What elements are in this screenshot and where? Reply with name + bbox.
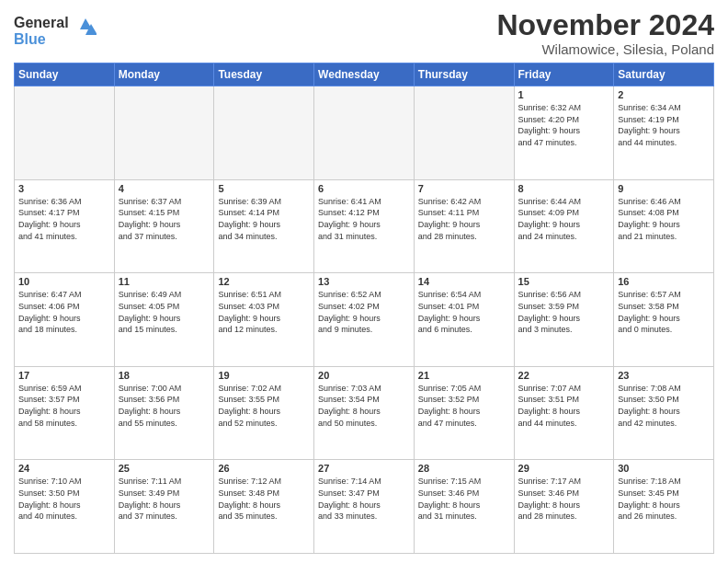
day-number: 30 <box>618 463 710 474</box>
calendar-cell: 30Sunrise: 7:18 AM Sunset: 3:45 PM Dayli… <box>614 460 714 554</box>
calendar-week-0: 1Sunrise: 6:32 AM Sunset: 4:20 PM Daylig… <box>15 86 714 180</box>
day-number: 7 <box>418 183 510 194</box>
calendar-cell: 28Sunrise: 7:15 AM Sunset: 3:46 PM Dayli… <box>414 460 514 554</box>
day-info: Sunrise: 6:59 AM Sunset: 3:57 PM Dayligh… <box>18 383 110 429</box>
day-number: 8 <box>518 183 610 194</box>
day-info: Sunrise: 6:34 AM Sunset: 4:19 PM Dayligh… <box>618 102 710 148</box>
calendar-cell: 17Sunrise: 6:59 AM Sunset: 3:57 PM Dayli… <box>15 366 115 460</box>
calendar-week-1: 3Sunrise: 6:36 AM Sunset: 4:17 PM Daylig… <box>15 179 714 273</box>
day-info: Sunrise: 7:03 AM Sunset: 3:54 PM Dayligh… <box>318 383 410 429</box>
day-info: Sunrise: 7:18 AM Sunset: 3:45 PM Dayligh… <box>618 476 710 522</box>
day-info: Sunrise: 7:00 AM Sunset: 3:56 PM Dayligh… <box>119 383 210 429</box>
header-monday: Monday <box>114 63 214 86</box>
day-info: Sunrise: 7:15 AM Sunset: 3:46 PM Dayligh… <box>418 476 510 522</box>
calendar-cell: 29Sunrise: 7:17 AM Sunset: 3:46 PM Dayli… <box>514 460 614 554</box>
day-info: Sunrise: 7:08 AM Sunset: 3:50 PM Dayligh… <box>618 383 710 429</box>
day-info: Sunrise: 6:51 AM Sunset: 4:03 PM Dayligh… <box>218 289 310 335</box>
calendar-cell: 10Sunrise: 6:47 AM Sunset: 4:06 PM Dayli… <box>15 273 115 367</box>
day-number: 28 <box>418 463 510 474</box>
header: General Blue November 2024 Wilamowice, S… <box>14 9 714 57</box>
day-number: 14 <box>418 276 510 287</box>
day-info: Sunrise: 6:41 AM Sunset: 4:12 PM Dayligh… <box>318 196 410 242</box>
day-number: 3 <box>18 183 110 194</box>
calendar-cell <box>15 86 115 180</box>
calendar-cell: 11Sunrise: 6:49 AM Sunset: 4:05 PM Dayli… <box>114 273 214 367</box>
day-info: Sunrise: 6:39 AM Sunset: 4:14 PM Dayligh… <box>218 196 310 242</box>
day-info: Sunrise: 6:49 AM Sunset: 4:05 PM Dayligh… <box>119 289 210 335</box>
svg-text:General: General <box>14 15 69 30</box>
day-number: 10 <box>18 276 110 287</box>
day-number: 18 <box>119 370 210 381</box>
calendar-header-row: Sunday Monday Tuesday Wednesday Thursday… <box>15 63 714 86</box>
calendar-cell <box>214 86 314 180</box>
day-number: 29 <box>518 463 610 474</box>
calendar-cell: 21Sunrise: 7:05 AM Sunset: 3:52 PM Dayli… <box>414 366 514 460</box>
header-friday: Friday <box>514 63 614 86</box>
calendar-cell: 5Sunrise: 6:39 AM Sunset: 4:14 PM Daylig… <box>214 179 314 273</box>
day-number: 6 <box>318 183 410 194</box>
day-number: 22 <box>518 370 610 381</box>
calendar-cell: 13Sunrise: 6:52 AM Sunset: 4:02 PM Dayli… <box>314 273 415 367</box>
calendar-cell <box>314 86 415 180</box>
day-number: 19 <box>218 370 310 381</box>
day-info: Sunrise: 6:44 AM Sunset: 4:09 PM Dayligh… <box>518 196 610 242</box>
calendar-cell: 8Sunrise: 6:44 AM Sunset: 4:09 PM Daylig… <box>514 179 614 273</box>
calendar-cell: 4Sunrise: 6:37 AM Sunset: 4:15 PM Daylig… <box>114 179 214 273</box>
header-sunday: Sunday <box>15 63 115 86</box>
day-number: 20 <box>318 370 410 381</box>
day-info: Sunrise: 6:57 AM Sunset: 3:58 PM Dayligh… <box>618 289 710 335</box>
calendar-cell: 3Sunrise: 6:36 AM Sunset: 4:17 PM Daylig… <box>15 179 115 273</box>
day-info: Sunrise: 6:37 AM Sunset: 4:15 PM Dayligh… <box>119 196 210 242</box>
day-number: 12 <box>218 276 310 287</box>
day-number: 15 <box>518 276 610 287</box>
day-number: 11 <box>119 276 210 287</box>
svg-text:Blue: Blue <box>14 31 46 47</box>
day-number: 26 <box>218 463 310 474</box>
day-number: 2 <box>618 89 710 100</box>
day-info: Sunrise: 6:56 AM Sunset: 3:59 PM Dayligh… <box>518 289 610 335</box>
day-info: Sunrise: 7:02 AM Sunset: 3:55 PM Dayligh… <box>218 383 310 429</box>
day-info: Sunrise: 7:17 AM Sunset: 3:46 PM Dayligh… <box>518 476 610 522</box>
day-info: Sunrise: 6:47 AM Sunset: 4:06 PM Dayligh… <box>18 289 110 335</box>
title-block: November 2024 Wilamowice, Silesia, Polan… <box>496 9 714 57</box>
calendar-week-4: 24Sunrise: 7:10 AM Sunset: 3:50 PM Dayli… <box>15 460 714 554</box>
calendar-cell: 6Sunrise: 6:41 AM Sunset: 4:12 PM Daylig… <box>314 179 415 273</box>
day-number: 25 <box>119 463 210 474</box>
day-info: Sunrise: 7:12 AM Sunset: 3:48 PM Dayligh… <box>218 476 310 522</box>
day-info: Sunrise: 6:54 AM Sunset: 4:01 PM Dayligh… <box>418 289 510 335</box>
logo-svg: General Blue <box>14 9 97 51</box>
calendar-cell: 16Sunrise: 6:57 AM Sunset: 3:58 PM Dayli… <box>614 273 714 367</box>
calendar-cell: 9Sunrise: 6:46 AM Sunset: 4:08 PM Daylig… <box>614 179 714 273</box>
header-saturday: Saturday <box>614 63 714 86</box>
calendar-table: Sunday Monday Tuesday Wednesday Thursday… <box>14 63 714 554</box>
day-number: 5 <box>218 183 310 194</box>
day-number: 27 <box>318 463 410 474</box>
day-number: 4 <box>119 183 210 194</box>
day-number: 24 <box>18 463 110 474</box>
calendar-cell <box>414 86 514 180</box>
day-info: Sunrise: 7:14 AM Sunset: 3:47 PM Dayligh… <box>318 476 410 522</box>
day-number: 17 <box>18 370 110 381</box>
calendar-cell: 14Sunrise: 6:54 AM Sunset: 4:01 PM Dayli… <box>414 273 514 367</box>
day-number: 13 <box>318 276 410 287</box>
header-thursday: Thursday <box>414 63 514 86</box>
day-info: Sunrise: 7:05 AM Sunset: 3:52 PM Dayligh… <box>418 383 510 429</box>
calendar-cell: 12Sunrise: 6:51 AM Sunset: 4:03 PM Dayli… <box>214 273 314 367</box>
calendar-cell: 22Sunrise: 7:07 AM Sunset: 3:51 PM Dayli… <box>514 366 614 460</box>
calendar-cell: 2Sunrise: 6:34 AM Sunset: 4:19 PM Daylig… <box>614 86 714 180</box>
header-wednesday: Wednesday <box>314 63 415 86</box>
calendar-cell <box>114 86 214 180</box>
day-number: 21 <box>418 370 510 381</box>
day-number: 1 <box>518 89 610 100</box>
calendar-week-3: 17Sunrise: 6:59 AM Sunset: 3:57 PM Dayli… <box>15 366 714 460</box>
month-title: November 2024 <box>496 9 714 41</box>
calendar-cell: 26Sunrise: 7:12 AM Sunset: 3:48 PM Dayli… <box>214 460 314 554</box>
day-info: Sunrise: 6:32 AM Sunset: 4:20 PM Dayligh… <box>518 102 610 148</box>
day-number: 16 <box>618 276 710 287</box>
day-info: Sunrise: 6:42 AM Sunset: 4:11 PM Dayligh… <box>418 196 510 242</box>
calendar-cell: 1Sunrise: 6:32 AM Sunset: 4:20 PM Daylig… <box>514 86 614 180</box>
day-number: 23 <box>618 370 710 381</box>
calendar-cell: 19Sunrise: 7:02 AM Sunset: 3:55 PM Dayli… <box>214 366 314 460</box>
calendar-cell: 23Sunrise: 7:08 AM Sunset: 3:50 PM Dayli… <box>614 366 714 460</box>
calendar-cell: 7Sunrise: 6:42 AM Sunset: 4:11 PM Daylig… <box>414 179 514 273</box>
